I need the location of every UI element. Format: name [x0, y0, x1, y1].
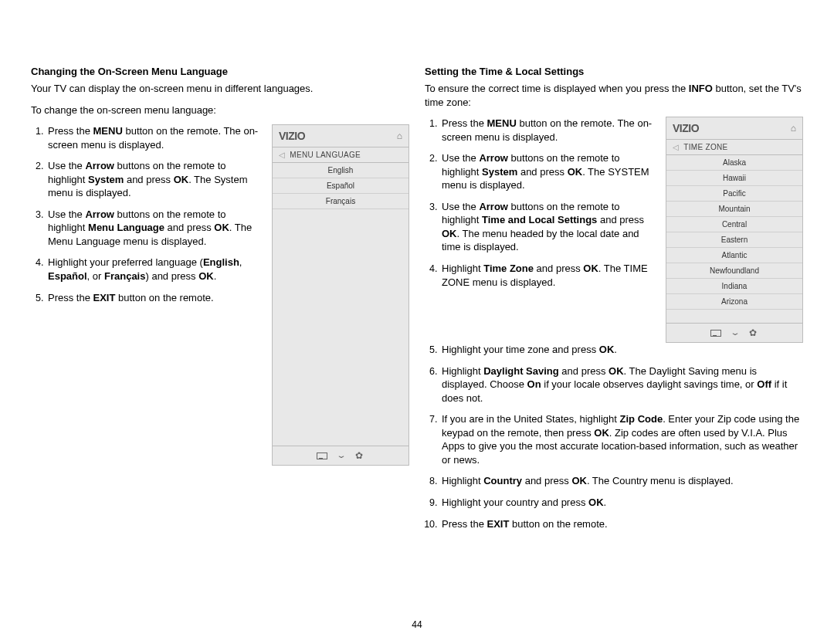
- menu-row: Alaska: [666, 155, 802, 171]
- list-item: Use the Arrow buttons on the remote to h…: [46, 208, 263, 249]
- wide-icon: [710, 328, 721, 337]
- right-steps-bottom: Highlight your time zone and press OK.Hi…: [425, 343, 803, 530]
- wide-icon: [317, 451, 327, 460]
- left-steps: Press the MENU button on the remote. The…: [31, 124, 263, 304]
- vizio-logo: VIZIO: [279, 130, 305, 142]
- breadcrumb: ◁ TIME ZONE: [666, 140, 802, 155]
- left-lead: To change the on-screen menu language:: [31, 103, 409, 117]
- menu-row: Atlantic: [666, 248, 802, 263]
- menu-language-widget: VIZIO ⌂ ◁ MENU LANGUAGE EnglishEspañolFr…: [272, 124, 409, 466]
- list-item: Highlight Time Zone and press OK. The TI…: [440, 262, 656, 289]
- widget-footer: ⌄ ✿: [666, 323, 802, 342]
- crumb-label: MENU LANGUAGE: [290, 151, 361, 159]
- list-item: Press the MENU button on the remote. The…: [440, 117, 656, 144]
- menu-row: Español: [273, 178, 409, 194]
- list-item: Use the Arrow buttons on the remote to h…: [46, 159, 263, 200]
- menu-row: Central: [666, 217, 802, 232]
- gear-icon: ✿: [748, 328, 758, 337]
- right-intro: To ensure the correct time is displayed …: [425, 82, 803, 109]
- widget-footer: ⌄ ✿: [273, 446, 409, 465]
- widget-rows: EnglishEspañolFrançais: [273, 163, 409, 446]
- breadcrumb: ◁ MENU LANGUAGE: [273, 147, 409, 163]
- gear-icon: ✿: [354, 451, 364, 460]
- menu-row: Français: [273, 194, 409, 209]
- menu-row: Indiana: [666, 279, 802, 294]
- right-steps-top: Press the MENU button on the remote. The…: [425, 117, 656, 289]
- menu-row: Pacific: [666, 186, 802, 202]
- time-zone-widget: VIZIO ⌂ ◁ TIME ZONE AlaskaHawaiiPacificM…: [666, 117, 803, 343]
- right-column: Setting the Time & Local Settings To ens…: [425, 66, 803, 538]
- right-heading: Setting the Time & Local Settings: [425, 66, 803, 77]
- left-heading: Changing the On-Screen Menu Language: [31, 66, 409, 77]
- menu-row: English: [273, 163, 409, 178]
- menu-row: Eastern: [666, 232, 802, 248]
- list-item: Use the Arrow buttons on the remote to h…: [440, 151, 656, 192]
- home-icon: ⌂: [791, 123, 796, 134]
- left-intro: Your TV can display the on-screen menu i…: [31, 82, 409, 96]
- list-item: Highlight your preferred language (Engli…: [46, 256, 263, 283]
- page-number: 44: [0, 619, 834, 630]
- crumb-label: TIME ZONE: [683, 143, 727, 151]
- chevron-down-icon: ⌄: [729, 330, 740, 335]
- list-item: Press the MENU button on the remote. The…: [46, 124, 263, 151]
- menu-row: Mountain: [666, 202, 802, 217]
- list-item: Highlight Country and press OK. The Coun…: [440, 474, 803, 488]
- left-column: Changing the On-Screen Menu Language You…: [31, 66, 409, 538]
- list-item: Highlight Daylight Saving and press OK. …: [440, 364, 803, 405]
- menu-row: Arizona: [666, 294, 802, 310]
- back-icon: ◁: [673, 143, 679, 151]
- menu-row: Hawaii: [666, 171, 802, 186]
- list-item: Press the EXIT button on the remote.: [46, 291, 263, 305]
- vizio-logo: VIZIO: [673, 122, 699, 134]
- back-icon: ◁: [279, 151, 285, 159]
- chevron-down-icon: ⌄: [335, 452, 346, 458]
- list-item: Press the EXIT button on the remote.: [440, 517, 803, 531]
- list-item: Highlight your country and press OK.: [440, 496, 803, 510]
- list-item: Highlight your time zone and press OK.: [440, 343, 803, 357]
- list-item: Use the Arrow buttons on the remote to h…: [440, 200, 656, 254]
- list-item: If you are in the United States, highlig…: [440, 412, 803, 466]
- widget-rows: AlaskaHawaiiPacificMountainCentralEaster…: [666, 155, 802, 323]
- home-icon: ⌂: [397, 130, 402, 141]
- menu-row: Newfoundland: [666, 263, 802, 279]
